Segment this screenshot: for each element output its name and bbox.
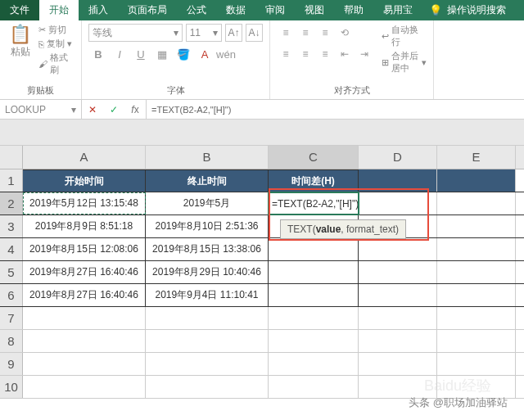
align-bottom-button[interactable]: ≡ bbox=[316, 24, 334, 42]
fill-color-button[interactable]: 🪣 bbox=[174, 45, 193, 65]
tab-review[interactable]: 审阅 bbox=[255, 0, 295, 20]
cell-a2[interactable]: 2019年5月12日 13:15:48 bbox=[23, 192, 146, 215]
merge-center-button[interactable]: ⊞合并后居中▾ bbox=[382, 50, 427, 75]
cell-b3[interactable]: 2019年8月10日 2:51:36 bbox=[146, 215, 269, 237]
cell-c2[interactable]: =TEXT(B2-A2,"[H]") bbox=[269, 192, 359, 215]
align-middle-button[interactable]: ≡ bbox=[296, 24, 314, 42]
confirm-button[interactable]: ✓ bbox=[103, 100, 124, 120]
cell-d5[interactable] bbox=[359, 261, 437, 283]
copy-button[interactable]: ⎘复制▾ bbox=[38, 38, 75, 50]
bold-button[interactable]: B bbox=[88, 45, 108, 65]
name-box[interactable]: LOOKUP▾ bbox=[0, 100, 82, 120]
cell-c8[interactable] bbox=[269, 330, 359, 352]
cell-a7[interactable] bbox=[23, 307, 146, 329]
tab-data[interactable]: 数据 bbox=[216, 0, 255, 20]
tab-insert[interactable]: 插入 bbox=[79, 0, 118, 20]
format-painter-button[interactable]: 🖌格式刷 bbox=[38, 52, 75, 76]
cell-b9[interactable] bbox=[146, 353, 269, 375]
cell-c9[interactable] bbox=[269, 353, 359, 375]
outdent-button[interactable]: ⇥ bbox=[355, 45, 373, 63]
fx-button[interactable]: fx bbox=[124, 100, 146, 120]
row-header-3[interactable]: 3 bbox=[0, 215, 23, 237]
wrap-text-button[interactable]: ↩自动换行 bbox=[382, 24, 427, 48]
cell-e4[interactable] bbox=[437, 238, 516, 260]
cell-c10[interactable] bbox=[269, 376, 359, 398]
indent-button[interactable]: ⇤ bbox=[336, 45, 354, 63]
align-center-button[interactable]: ≡ bbox=[296, 45, 314, 63]
row-header-8[interactable]: 8 bbox=[0, 330, 23, 352]
row-header-2[interactable]: 2 bbox=[0, 192, 23, 215]
cell-e7[interactable] bbox=[437, 307, 516, 329]
decrease-font-button[interactable]: A↓ bbox=[246, 24, 263, 42]
cell-b4[interactable]: 2019年8月15日 13:38:06 bbox=[146, 238, 269, 260]
cell-c1[interactable]: 时间差(H) bbox=[269, 169, 359, 192]
cell-c7[interactable] bbox=[269, 307, 359, 329]
cell-e1[interactable] bbox=[437, 169, 516, 192]
tab-layout[interactable]: 页面布局 bbox=[118, 0, 177, 20]
cell-e2[interactable] bbox=[437, 192, 516, 215]
underline-button[interactable]: U bbox=[131, 45, 151, 65]
col-header-b[interactable]: B bbox=[146, 146, 269, 169]
cell-d8[interactable] bbox=[359, 330, 437, 352]
align-right-button[interactable]: ≡ bbox=[316, 45, 334, 63]
align-top-button[interactable]: ≡ bbox=[277, 24, 295, 42]
cell-d9[interactable] bbox=[359, 353, 437, 375]
row-header-7[interactable]: 7 bbox=[0, 307, 23, 329]
cell-d4[interactable] bbox=[359, 238, 437, 260]
cell-b8[interactable] bbox=[146, 330, 269, 352]
cancel-button[interactable]: ✕ bbox=[82, 100, 103, 120]
cell-a5[interactable]: 2019年8月27日 16:40:46 bbox=[23, 261, 146, 283]
cell-b1[interactable]: 终止时间 bbox=[146, 169, 269, 192]
cell-a8[interactable] bbox=[23, 330, 146, 352]
increase-font-button[interactable]: A↑ bbox=[225, 24, 242, 42]
cell-a3[interactable]: 2019年8月9日 8:51:18 bbox=[23, 215, 146, 237]
row-header-5[interactable]: 5 bbox=[0, 261, 23, 283]
cell-b5[interactable]: 2019年8月29日 10:40:46 bbox=[146, 261, 269, 283]
border-button[interactable]: ▦ bbox=[152, 45, 172, 65]
tab-help[interactable]: 帮助 bbox=[334, 0, 373, 20]
cell-d1[interactable] bbox=[359, 169, 437, 192]
cell-b10[interactable] bbox=[146, 376, 269, 398]
col-header-a[interactable]: A bbox=[23, 146, 146, 169]
cell-c5[interactable] bbox=[269, 261, 359, 283]
cell-b7[interactable] bbox=[146, 307, 269, 329]
cell-e9[interactable] bbox=[437, 353, 516, 375]
font-name-select[interactable]: 等线▾ bbox=[88, 24, 183, 42]
align-left-button[interactable]: ≡ bbox=[277, 45, 295, 63]
col-header-e[interactable]: E bbox=[437, 146, 516, 169]
cell-d7[interactable] bbox=[359, 307, 437, 329]
paste-button[interactable]: 📋 粘贴 bbox=[7, 24, 34, 76]
cell-e6[interactable] bbox=[437, 284, 516, 306]
cell-c6[interactable] bbox=[269, 284, 359, 306]
row-header-1[interactable]: 1 bbox=[0, 169, 23, 192]
cell-b6[interactable]: 2019年9月4日 11:10:41 bbox=[146, 284, 269, 306]
cut-button[interactable]: ✂剪切 bbox=[38, 24, 75, 36]
cell-e3[interactable] bbox=[437, 215, 516, 237]
cell-a10[interactable] bbox=[23, 376, 146, 398]
tab-formulas[interactable]: 公式 bbox=[177, 0, 216, 20]
cell-b2[interactable]: 2019年5月 bbox=[146, 192, 269, 215]
search-help[interactable]: 操作说明搜索 bbox=[447, 3, 506, 17]
cell-c4[interactable] bbox=[269, 238, 359, 260]
cell-e8[interactable] bbox=[437, 330, 516, 352]
orientation-button[interactable]: ⟲ bbox=[336, 24, 354, 42]
col-header-c[interactable]: C bbox=[269, 146, 359, 169]
cell-a9[interactable] bbox=[23, 353, 146, 375]
cell-d6[interactable] bbox=[359, 284, 437, 306]
row-header-6[interactable]: 6 bbox=[0, 284, 23, 306]
cell-a6[interactable]: 2019年8月27日 16:40:46 bbox=[23, 284, 146, 306]
italic-button[interactable]: I bbox=[110, 45, 129, 65]
row-header-9[interactable]: 9 bbox=[0, 353, 23, 375]
tab-view[interactable]: 视图 bbox=[295, 0, 334, 20]
tab-home[interactable]: 开始 bbox=[39, 0, 79, 20]
formula-input[interactable]: =TEXT(B2-A2,"[H]") bbox=[147, 100, 524, 120]
tab-addon[interactable]: 易用宝 bbox=[373, 0, 422, 20]
select-all-corner[interactable] bbox=[0, 146, 23, 169]
font-color-button[interactable]: A bbox=[195, 45, 215, 65]
cell-e5[interactable] bbox=[437, 261, 516, 283]
phonetic-button[interactable]: wén bbox=[216, 45, 236, 65]
row-header-10[interactable]: 10 bbox=[0, 376, 23, 398]
col-header-d[interactable]: D bbox=[359, 146, 437, 169]
font-size-select[interactable]: 11▾ bbox=[186, 24, 222, 42]
cell-a1[interactable]: 开始时间 bbox=[23, 169, 146, 192]
